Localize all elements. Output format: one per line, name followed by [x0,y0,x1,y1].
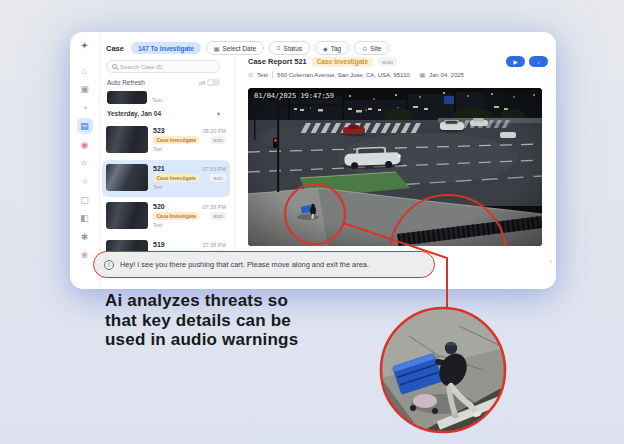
search-case-field[interactable] [106,60,220,73]
case-site-label: Test [153,146,226,152]
zoomed-cart-scene [381,308,505,432]
case-auto-badge: auto [210,212,226,220]
site-filter-label: Site [370,45,381,52]
select-date-button[interactable]: ▦ Select Date [206,41,264,55]
auto-refresh-row: Auto Refresh off [107,79,220,86]
top-filter-bar: Case 147 To Investigate ▦ Select Date ≡ … [106,38,389,58]
alert-message: Hey! I see you there pushing that cart. … [120,260,369,269]
case-id: 523 [153,127,165,134]
alerts-icon[interactable]: ◉ [77,137,93,153]
case-auto-badge: auto [210,136,226,144]
zoomed-threat-inset [381,308,505,432]
app-window: ✦ ⌂ ▣ ◔ ▤ ◉ ○ ☼ ▢ ◧ ✱ ❀ Case 147 To Inve… [70,32,556,289]
case-list-item-partial[interactable]: Test [107,91,162,104]
caption-line: that key details can be [105,311,298,331]
case-thumbnail [106,164,148,191]
tag-filter-button[interactable]: ◆ Tag [315,41,349,55]
case-nav-label: Case [106,44,124,53]
chevron-down-icon[interactable]: ▾ [217,110,220,117]
case-site-label: Test [152,97,162,104]
page-background: ✦ ⌂ ▣ ◔ ▤ ◉ ○ ☼ ▢ ◧ ✱ ❀ Case 147 To Inve… [0,0,624,444]
case-status-badge: Case Investigate [153,212,199,220]
case-id: 521 [153,165,165,172]
panel-divider [234,58,235,255]
case-status-badge: Case Investigate [153,174,199,182]
recordings-icon[interactable]: ○ [77,155,93,171]
case-time: 08:20 PM [202,128,226,134]
sidebar-icon-rail: ✦ ⌂ ▣ ◔ ▤ ◉ ○ ☼ ▢ ◧ ✱ ❀ [70,32,100,289]
site-name: Test [257,72,268,78]
auto-refresh-label: Auto Refresh [107,79,145,86]
case-id: 519 [153,241,165,248]
ai-audio-warning-bar[interactable]: i Hey! I see you there pushing that cart… [93,251,435,278]
status-filter-icon: ≡ [277,45,281,51]
insights-bulb-icon[interactable]: ☼ [77,173,93,189]
case-time: 07:53 PM [202,166,226,172]
case-status-badge: Case Investigate [153,136,199,144]
case-time: 07:39 PM [202,204,226,210]
case-group-header: Yesterday, Jan 04 ▾ [107,110,220,117]
app-logo-icon: ✦ [80,40,88,51]
case-thumbnail [107,91,147,104]
case-list-item-523[interactable]: 523 08:20 PM Case Investigate auto Test [102,122,230,159]
to-investigate-pill[interactable]: 147 To Investigate [131,42,201,54]
report-meta-row: ⊙ Test 560 Coleman Avenue, San Jose, CA,… [248,71,548,78]
cameras-icon[interactable]: ▣ [77,81,93,97]
search-input[interactable] [120,64,210,70]
case-thumbnail [106,126,148,153]
notifications-bell-icon[interactable]: ◔ [77,100,93,116]
auto-refresh-toggle[interactable] [207,79,220,86]
devices-camera-icon[interactable]: ◧ [77,210,93,226]
case-auto-badge: auto [210,174,226,182]
download-button[interactable]: ↓ [529,56,548,67]
case-id: 520 [153,203,165,210]
status-filter-button[interactable]: ≡ Status [269,41,310,55]
audio-broadcast-button[interactable]: ▶ [506,56,525,67]
case-thumbnail [106,202,148,229]
info-icon: i [104,260,114,270]
search-icon [112,64,117,69]
case-list-item-521-selected[interactable]: 521 07:53 PM Case Investigate auto Test [102,160,230,197]
report-date: Jan 04, 2025 [429,72,464,78]
report-auto-badge: auto [378,57,397,66]
select-date-label: Select Date [222,45,256,52]
site-filter-button[interactable]: ⊙ Site [354,41,389,55]
cctv-video-player[interactable]: 01/04/2025 19:47:59 [248,88,542,246]
location-pin-icon: ⊙ [248,71,253,78]
page-title: Case Report 521 [248,57,307,66]
case-time: 07:38 PM [202,242,226,248]
settings-gear-icon[interactable]: ✱ [77,229,93,245]
support-icon[interactable]: ❀ [77,247,93,263]
case-site-label: Test [153,222,226,228]
cctv-scene [248,88,542,246]
calendar-icon: ▦ [214,45,220,52]
site-pin-icon: ⊙ [362,45,367,52]
report-status-badge: Case Investigate [312,57,373,67]
archive-box-icon[interactable]: ▢ [77,192,93,208]
case-list-panel: Auto Refresh off Test Yesterday, Jan 04 … [102,58,234,254]
caption-line: used in audio warnings [105,330,298,350]
case-report-header: Case Report 521 Case Investigate auto ▶ … [248,56,548,67]
auto-refresh-state: off [199,80,205,86]
case-list-item-520[interactable]: 520 07:39 PM Case Investigate auto Test [102,198,230,235]
group-date-label: Yesterday, Jan 04 [107,110,161,117]
home-icon[interactable]: ⌂ [77,63,93,79]
marketing-caption: Ai analyzes threats so that key details … [105,291,298,350]
tag-filter-label: Tag [331,45,341,52]
caption-line: Ai analyzes threats so [105,291,298,311]
meta-divider [272,71,273,78]
calendar-icon: ▦ [420,71,426,78]
report-address: 560 Coleman Avenue, San Jose, CA, USA, 9… [277,72,410,78]
status-filter-label: Status [284,45,302,52]
tag-icon: ◆ [323,45,328,52]
video-timestamp: 01/04/2025 19:47:59 [254,92,334,100]
collapse-panel-chevron[interactable]: ‹ [550,258,552,265]
cases-icon-selected[interactable]: ▤ [77,118,93,134]
case-site-label: Test [153,184,226,190]
